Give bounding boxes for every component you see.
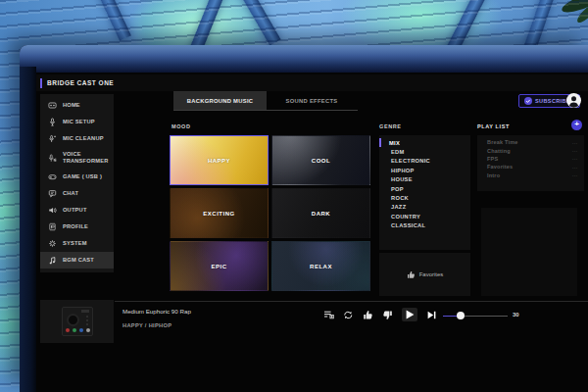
sidebar-item-mic-cleanup[interactable]: MIC CLEANUP bbox=[40, 130, 114, 147]
mood-tile-label: HAPPY bbox=[208, 158, 230, 164]
playlist-section-label: PLAY LIST bbox=[477, 123, 510, 129]
tab-sound-effects[interactable]: SOUND EFFECTS bbox=[267, 91, 357, 110]
mood-tile-relax[interactable]: RELAX bbox=[271, 241, 370, 291]
playlist-item-fps[interactable]: FPS… bbox=[477, 155, 584, 163]
genre-item-mix[interactable]: MIX bbox=[379, 138, 470, 147]
device-led bbox=[79, 328, 83, 332]
title-accent-bar bbox=[40, 78, 42, 88]
device-led bbox=[86, 328, 90, 332]
sidebar-item-home[interactable]: HOME bbox=[40, 97, 114, 114]
thumb-down-icon[interactable] bbox=[382, 310, 393, 320]
genre-section-label: GENRE bbox=[379, 123, 402, 129]
monitor-bezel bbox=[20, 45, 588, 73]
mood-tile-label: RELAX bbox=[310, 264, 332, 270]
playlist-item-label: Favorites bbox=[487, 164, 513, 170]
chat-bubble-icon bbox=[48, 189, 58, 198]
skip-next-icon[interactable] bbox=[426, 310, 437, 320]
playlist-item-label: Break Time bbox=[487, 139, 518, 145]
genre-item-classical[interactable]: CLASSICAL bbox=[379, 220, 470, 229]
sidebar-item-label: VOICE TRANSFORMER bbox=[63, 151, 112, 165]
genre-item-hiphop[interactable]: HIPHOP bbox=[379, 166, 470, 174]
play-button play-icon[interactable] bbox=[402, 308, 417, 321]
player-controls bbox=[323, 308, 437, 321]
profile-card-icon bbox=[48, 222, 58, 231]
genre-item-rock[interactable]: ROCK bbox=[379, 193, 470, 202]
player-divider bbox=[115, 301, 588, 302]
favorites-label: Favorites bbox=[419, 271, 444, 277]
repeat-icon[interactable] bbox=[343, 310, 354, 320]
playlist-item-chatting[interactable]: Chatting… bbox=[477, 146, 584, 154]
playlist-item-label: Intro bbox=[487, 172, 500, 178]
mood-tile-exciting[interactable]: EXCITING bbox=[170, 188, 269, 238]
sidebar-item-label: PROFILE bbox=[63, 223, 112, 230]
tab-background-music[interactable]: BACKGROUND MUSIC bbox=[173, 91, 267, 110]
monitor: BRIDGE CAST ONE BACKGROUND MUSIC SOUND E… bbox=[20, 45, 588, 392]
volume-slider[interactable] bbox=[443, 311, 508, 320]
device-led bbox=[73, 328, 76, 332]
mood-tile-dark[interactable]: DARK bbox=[271, 188, 370, 238]
account-avatar[interactable] bbox=[566, 93, 581, 108]
genre-item-pop[interactable]: POP bbox=[379, 184, 470, 193]
more-icon[interactable]: … bbox=[572, 149, 578, 152]
mood-tile-happy[interactable]: HAPPY bbox=[170, 135, 269, 185]
wall-rib bbox=[237, 0, 280, 46]
mood-tile-epic[interactable]: EPIC bbox=[170, 241, 269, 291]
sidebar-item-voice-transformer[interactable]: VOICE TRANSFORMER bbox=[40, 147, 114, 169]
mood-tile-label: EPIC bbox=[211, 264, 226, 270]
app-title: BRIDGE CAST ONE bbox=[47, 79, 114, 86]
track-title: Medium Euphoric 90 Rap bbox=[122, 308, 191, 315]
title-bar: BRIDGE CAST ONE bbox=[36, 74, 588, 91]
mixer-icon bbox=[48, 101, 58, 110]
playlist-item-label: Chatting bbox=[487, 148, 511, 154]
sidebar-item-chat[interactable]: CHAT bbox=[40, 185, 114, 202]
device-button bbox=[86, 323, 88, 325]
sidebar-item-output[interactable]: OUTPUT bbox=[40, 202, 114, 219]
playlist-item-intro[interactable]: Intro… bbox=[477, 172, 584, 179]
sidebar-item-label: CHAT bbox=[63, 190, 112, 197]
sidebar-item-label: OUTPUT bbox=[63, 207, 112, 214]
more-icon[interactable]: … bbox=[572, 166, 578, 169]
mood-tile-cool[interactable]: COOL bbox=[271, 135, 370, 185]
genre-item-edm[interactable]: EDM bbox=[379, 147, 470, 156]
favorites-button[interactable]: Favorites bbox=[379, 253, 470, 296]
genre-item-house[interactable]: HOUSE bbox=[379, 175, 470, 184]
slider-knob[interactable] bbox=[457, 312, 465, 319]
thumb-up-icon[interactable] bbox=[363, 310, 373, 320]
queue-music-icon[interactable] bbox=[323, 310, 334, 320]
sidebar-item-profile[interactable]: PROFILE bbox=[40, 219, 114, 235]
playlist-item-break-time[interactable]: Break Time… bbox=[477, 138, 584, 146]
genre-item-country[interactable]: COUNTRY bbox=[379, 212, 470, 220]
playlist-list: Break Time… Chatting… FPS… Favorites… In… bbox=[477, 135, 584, 191]
gear-icon bbox=[48, 239, 58, 248]
wall-rib bbox=[93, 0, 131, 41]
mic-sparkle-icon bbox=[48, 134, 58, 143]
sidebar-item-label: GAME ( USB ) bbox=[63, 173, 112, 180]
sidebar-item-game-usb[interactable]: GAME ( USB ) bbox=[40, 169, 114, 185]
more-icon[interactable]: … bbox=[572, 141, 578, 144]
track-meta: HAPPY / HIPHOP bbox=[122, 322, 172, 328]
device-display bbox=[81, 310, 89, 313]
voice-transformer-icon bbox=[48, 154, 58, 163]
device-button bbox=[86, 319, 88, 321]
genre-list: MIX EDM ELECTRONIC HIPHOP HOUSE POP ROCK… bbox=[379, 135, 470, 250]
mood-tile-label: EXCITING bbox=[203, 211, 234, 217]
monitor-bezel bbox=[20, 67, 36, 392]
sidebar-item-label: MIC SETUP bbox=[63, 119, 112, 125]
genre-item-electronic[interactable]: ELECTRONIC bbox=[379, 157, 470, 166]
sidebar-item-bgm-cast[interactable]: BGM CAST bbox=[40, 252, 114, 269]
more-icon[interactable]: … bbox=[572, 173, 578, 176]
mood-section-label: MOOD bbox=[172, 123, 191, 129]
music-note-icon bbox=[48, 256, 58, 265]
tab-underline bbox=[173, 110, 358, 111]
device-knob bbox=[67, 314, 79, 326]
more-icon[interactable]: … bbox=[572, 157, 578, 160]
add-playlist-button plus-icon[interactable]: + bbox=[571, 120, 582, 130]
wall-rib bbox=[524, 0, 555, 50]
sidebar-item-label: MIC CLEANUP bbox=[63, 135, 112, 142]
sidebar-item-mic-setup[interactable]: MIC SETUP bbox=[40, 114, 114, 130]
genre-item-jazz[interactable]: JAZZ bbox=[379, 203, 470, 212]
sidebar-item-label: BGM CAST bbox=[63, 257, 112, 264]
sidebar-item-system[interactable]: SYSTEM bbox=[40, 235, 114, 252]
tab-bar: BACKGROUND MUSIC SOUND EFFECTS bbox=[173, 91, 357, 110]
playlist-item-favorites[interactable]: Favorites… bbox=[477, 163, 584, 171]
